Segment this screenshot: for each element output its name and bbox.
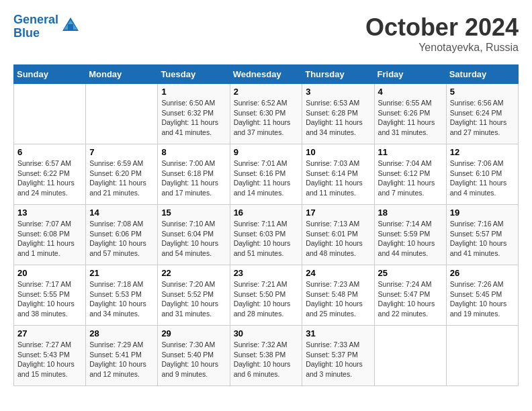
calendar-cell: 18Sunrise: 7:14 AM Sunset: 5:59 PM Dayli…	[374, 205, 446, 265]
day-number: 20	[17, 268, 82, 278]
calendar-table: SundayMondayTuesdayWednesdayThursdayFrid…	[13, 64, 519, 386]
day-info: Sunrise: 7:16 AM Sunset: 5:57 PM Dayligh…	[450, 219, 515, 259]
calendar-cell: 14Sunrise: 7:08 AM Sunset: 6:06 PM Dayli…	[86, 205, 158, 265]
day-info: Sunrise: 7:07 AM Sunset: 6:08 PM Dayligh…	[17, 219, 82, 259]
calendar-cell: 11Sunrise: 7:04 AM Sunset: 6:12 PM Dayli…	[374, 144, 446, 205]
day-info: Sunrise: 7:10 AM Sunset: 6:04 PM Dayligh…	[161, 219, 226, 259]
day-info: Sunrise: 7:18 AM Sunset: 5:53 PM Dayligh…	[89, 279, 154, 319]
day-info: Sunrise: 7:04 AM Sunset: 6:12 PM Dayligh…	[378, 158, 443, 198]
day-info: Sunrise: 7:08 AM Sunset: 6:06 PM Dayligh…	[89, 219, 154, 259]
day-number: 17	[306, 208, 370, 218]
weekday-header-row: SundayMondayTuesdayWednesdayThursdayFrid…	[14, 65, 519, 84]
calendar-cell: 7Sunrise: 6:59 AM Sunset: 6:20 PM Daylig…	[86, 144, 158, 205]
calendar-cell	[86, 84, 158, 144]
day-info: Sunrise: 7:30 AM Sunset: 5:40 PM Dayligh…	[161, 340, 226, 379]
weekday-header-wednesday: Wednesday	[230, 65, 302, 84]
calendar-cell: 28Sunrise: 7:29 AM Sunset: 5:41 PM Dayli…	[86, 326, 158, 386]
calendar-cell: 29Sunrise: 7:30 AM Sunset: 5:40 PM Dayli…	[158, 326, 230, 386]
calendar-cell: 4Sunrise: 6:55 AM Sunset: 6:26 PM Daylig…	[374, 84, 446, 144]
day-number: 31	[306, 328, 370, 338]
day-number: 13	[17, 208, 82, 218]
weekday-header-tuesday: Tuesday	[158, 65, 230, 84]
day-info: Sunrise: 7:23 AM Sunset: 5:48 PM Dayligh…	[306, 279, 370, 319]
weekday-header-saturday: Saturday	[446, 65, 518, 84]
day-info: Sunrise: 6:56 AM Sunset: 6:24 PM Dayligh…	[450, 98, 515, 138]
day-info: Sunrise: 6:59 AM Sunset: 6:20 PM Dayligh…	[89, 158, 154, 198]
logo-text-blue: Blue	[13, 26, 40, 40]
calendar-cell: 23Sunrise: 7:21 AM Sunset: 5:50 PM Dayli…	[230, 265, 302, 326]
month-title: October 2024	[365, 13, 519, 42]
logo-icon	[61, 16, 80, 38]
logo: General Blue	[13, 13, 80, 40]
calendar-cell: 31Sunrise: 7:33 AM Sunset: 5:37 PM Dayli…	[302, 326, 374, 386]
calendar-cell: 21Sunrise: 7:18 AM Sunset: 5:53 PM Dayli…	[86, 265, 158, 326]
calendar-cell: 1Sunrise: 6:50 AM Sunset: 6:32 PM Daylig…	[158, 84, 230, 144]
day-info: Sunrise: 7:24 AM Sunset: 5:47 PM Dayligh…	[378, 279, 443, 319]
day-info: Sunrise: 7:06 AM Sunset: 6:10 PM Dayligh…	[450, 158, 515, 198]
day-info: Sunrise: 6:52 AM Sunset: 6:30 PM Dayligh…	[234, 98, 299, 138]
location-subtitle: Yenotayevka, Russia	[365, 42, 519, 54]
weekday-header-sunday: Sunday	[14, 65, 86, 84]
day-info: Sunrise: 7:01 AM Sunset: 6:16 PM Dayligh…	[234, 158, 299, 198]
calendar-cell: 2Sunrise: 6:52 AM Sunset: 6:30 PM Daylig…	[230, 84, 302, 144]
calendar-cell: 27Sunrise: 7:27 AM Sunset: 5:43 PM Dayli…	[14, 326, 86, 386]
day-number: 7	[89, 147, 154, 157]
page-header: General Blue October 2024 Yenotayevka, R…	[13, 13, 519, 54]
week-row-4: 20Sunrise: 7:17 AM Sunset: 5:55 PM Dayli…	[14, 265, 519, 326]
day-number: 26	[450, 268, 515, 278]
day-number: 23	[234, 268, 299, 278]
day-info: Sunrise: 7:17 AM Sunset: 5:55 PM Dayligh…	[17, 279, 82, 319]
day-number: 4	[378, 87, 443, 97]
day-info: Sunrise: 7:27 AM Sunset: 5:43 PM Dayligh…	[17, 340, 82, 379]
week-row-2: 6Sunrise: 6:57 AM Sunset: 6:22 PM Daylig…	[14, 144, 519, 205]
day-info: Sunrise: 7:14 AM Sunset: 5:59 PM Dayligh…	[378, 219, 443, 259]
day-info: Sunrise: 7:11 AM Sunset: 6:03 PM Dayligh…	[234, 219, 299, 259]
calendar-cell: 10Sunrise: 7:03 AM Sunset: 6:14 PM Dayli…	[302, 144, 374, 205]
calendar-cell: 26Sunrise: 7:26 AM Sunset: 5:45 PM Dayli…	[446, 265, 518, 326]
calendar-cell: 20Sunrise: 7:17 AM Sunset: 5:55 PM Dayli…	[14, 265, 86, 326]
weekday-header-friday: Friday	[374, 65, 446, 84]
day-number: 2	[234, 87, 299, 97]
calendar-cell: 12Sunrise: 7:06 AM Sunset: 6:10 PM Dayli…	[446, 144, 518, 205]
day-number: 28	[89, 328, 154, 338]
day-number: 19	[450, 208, 515, 218]
day-number: 16	[234, 208, 299, 218]
day-number: 1	[161, 87, 226, 97]
day-info: Sunrise: 6:55 AM Sunset: 6:26 PM Dayligh…	[378, 98, 443, 138]
calendar-cell: 13Sunrise: 7:07 AM Sunset: 6:08 PM Dayli…	[14, 205, 86, 265]
day-number: 8	[161, 147, 226, 157]
day-number: 27	[17, 328, 82, 338]
day-info: Sunrise: 7:21 AM Sunset: 5:50 PM Dayligh…	[234, 279, 299, 319]
day-number: 22	[161, 268, 226, 278]
calendar-cell: 22Sunrise: 7:20 AM Sunset: 5:52 PM Dayli…	[158, 265, 230, 326]
day-number: 15	[161, 208, 226, 218]
week-row-5: 27Sunrise: 7:27 AM Sunset: 5:43 PM Dayli…	[14, 326, 519, 386]
day-info: Sunrise: 7:20 AM Sunset: 5:52 PM Dayligh…	[161, 279, 226, 319]
day-info: Sunrise: 6:50 AM Sunset: 6:32 PM Dayligh…	[161, 98, 226, 138]
logo-text-general: General	[13, 13, 58, 26]
day-number: 11	[378, 147, 443, 157]
day-number: 18	[378, 208, 443, 218]
calendar-cell: 3Sunrise: 6:53 AM Sunset: 6:28 PM Daylig…	[302, 84, 374, 144]
calendar-cell: 15Sunrise: 7:10 AM Sunset: 6:04 PM Dayli…	[158, 205, 230, 265]
day-number: 5	[450, 87, 515, 97]
day-info: Sunrise: 6:53 AM Sunset: 6:28 PM Dayligh…	[306, 98, 370, 138]
day-number: 3	[306, 87, 370, 97]
day-info: Sunrise: 7:32 AM Sunset: 5:38 PM Dayligh…	[234, 340, 299, 379]
calendar-cell: 6Sunrise: 6:57 AM Sunset: 6:22 PM Daylig…	[14, 144, 86, 205]
week-row-1: 1Sunrise: 6:50 AM Sunset: 6:32 PM Daylig…	[14, 84, 519, 144]
calendar-cell: 30Sunrise: 7:32 AM Sunset: 5:38 PM Dayli…	[230, 326, 302, 386]
calendar-cell: 16Sunrise: 7:11 AM Sunset: 6:03 PM Dayli…	[230, 205, 302, 265]
day-number: 14	[89, 208, 154, 218]
day-number: 25	[378, 268, 443, 278]
day-info: Sunrise: 7:00 AM Sunset: 6:18 PM Dayligh…	[161, 158, 226, 198]
day-number: 24	[306, 268, 370, 278]
day-info: Sunrise: 7:13 AM Sunset: 6:01 PM Dayligh…	[306, 219, 370, 259]
day-info: Sunrise: 7:03 AM Sunset: 6:14 PM Dayligh…	[306, 158, 370, 198]
calendar-cell: 19Sunrise: 7:16 AM Sunset: 5:57 PM Dayli…	[446, 205, 518, 265]
day-info: Sunrise: 7:26 AM Sunset: 5:45 PM Dayligh…	[450, 279, 515, 319]
calendar-cell: 8Sunrise: 7:00 AM Sunset: 6:18 PM Daylig…	[158, 144, 230, 205]
day-number: 30	[234, 328, 299, 338]
day-number: 12	[450, 147, 515, 157]
weekday-header-monday: Monday	[86, 65, 158, 84]
